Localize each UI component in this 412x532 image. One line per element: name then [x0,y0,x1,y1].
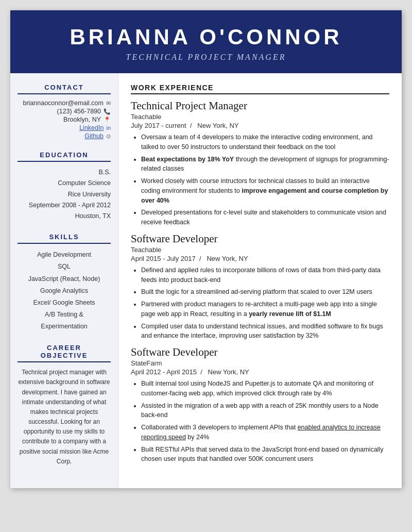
job-2-title: Software Developer [131,232,389,245]
job-2-company: Teachable [131,246,389,254]
location-icon: 📍 [104,117,111,123]
phone-row: (123) 456-7890 📞 [18,108,111,115]
job-1-bullet-4: Developed presentations for c-level suit… [141,208,389,227]
resume-header: BRIANNA O'CONNOR TECHNICAL PROJECT MANAG… [10,10,402,73]
github-row[interactable]: Github ⊙ [18,132,111,140]
education-title: EDUCATION [18,151,111,162]
job-3-bullet-1: Built internal tool using NodeJS and Pup… [141,379,389,398]
job-3: Software Developer StateFarm April 2012 … [131,346,389,464]
job-2-meta: April 2015 - July 2017 / New York, NY [131,255,389,262]
field: Computer Science [18,178,111,189]
job-2-bullets: Defined and applied rules to incorporate… [131,265,389,341]
job-3-bullet-2: Assisted in the migration of a web app w… [141,401,389,421]
job-2-bullet-4: Compiled user data to understand technic… [141,322,389,341]
linkedin-icon: in [106,125,111,131]
job-1: Technical Project Manager Teachable July… [131,99,389,227]
linkedin-row[interactable]: LinkedIn in [18,124,111,131]
education-details: B.S. Computer Science Rice University Se… [18,167,111,222]
job-2: Software Developer Teachable April 2015 … [131,232,389,341]
degree: B.S. [18,167,111,178]
phone-icon: 📞 [104,108,111,115]
resume-body: CONTACT briannaoconnor@email.com ✉ (123)… [10,73,402,488]
contact-section: CONTACT briannaoconnor@email.com ✉ (123)… [18,84,111,140]
job-1-meta: July 2017 - current / New York, NY [131,122,389,129]
resume-container: BRIANNA O'CONNOR TECHNICAL PROJECT MANAG… [10,10,402,488]
job-1-bullet-2: Beat expectations by 18% YoY through the… [141,155,389,174]
email-row: briannaoconnor@email.com ✉ [18,99,111,107]
skill-2: SQL [18,261,111,273]
skill-6: A/B Testing & [18,309,111,321]
job-3-bullets: Built internal tool using NodeJS and Pup… [131,379,389,464]
email-text: briannaoconnor@email.com [23,99,104,107]
job-3-bullet-4: Built RESTful APIs that served data to t… [141,445,389,464]
skills-list: Agile Development SQL JavaScript (React,… [18,249,111,332]
job-1-company: Teachable [131,113,389,121]
job-1-bullet-1: Oversaw a team of 4 developers to make t… [141,132,389,152]
school: Rice University [18,189,111,200]
job-3-title: Software Developer [131,346,389,359]
github-link[interactable]: Github [84,132,104,140]
linkedin-link[interactable]: LinkedIn [79,124,104,131]
edu-location: Houston, TX [18,211,111,222]
skills-title: SKILLS [18,233,111,244]
edu-dates: September 2008 - April 2012 [18,200,111,211]
career-objective-section: CAREEROBJECTIVE Technical project manage… [18,344,111,467]
email-icon: ✉ [106,100,111,107]
job-3-meta: April 2012 - April 2015 / New York, NY [131,368,389,376]
candidate-name: BRIANNA O'CONNOR [21,25,391,49]
job-1-bullet-3: Worked closely with course intructors fo… [141,176,389,205]
location-text: Brooklyn, NY [63,116,101,123]
job-1-title: Technical Project Manager [131,99,389,112]
location-row: Brooklyn, NY 📍 [18,116,111,123]
skill-1: Agile Development [18,249,111,261]
phone-text: (123) 456-7890 [57,108,101,115]
resume-sidebar: CONTACT briannaoconnor@email.com ✉ (123)… [10,73,118,488]
skill-7: Experimentation [18,321,111,332]
job-1-bullets: Oversaw a team of 4 developers to make t… [131,132,389,227]
job-2-bullet-3: Partnered with product managers to re-ar… [141,300,389,319]
candidate-title: TECHNICAL PROJECT MANAGER [21,53,391,62]
education-section: EDUCATION B.S. Computer Science Rice Uni… [18,151,111,222]
github-icon: ⊙ [106,133,111,140]
skills-section: SKILLS Agile Development SQL JavaScript … [18,233,111,332]
contact-title: CONTACT [18,84,111,94]
work-experience-title: WORK EXPERIENCE [131,84,389,94]
career-objective-text: Technical project manager with extensive… [18,368,111,467]
resume-main: WORK EXPERIENCE Technical Project Manage… [118,73,402,488]
skill-5: Excel/ Google Sheets [18,297,111,309]
job-2-bullet-2: Built the logic for a streamlined ad-ser… [141,287,389,297]
skill-4: Google Analytics [18,285,111,297]
job-3-bullet-3: Collaborated with 3 developers to implem… [141,423,389,442]
job-2-bullet-1: Defined and applied rules to incorporate… [141,265,389,285]
career-objective-title: CAREEROBJECTIVE [18,344,111,362]
job-3-company: StateFarm [131,359,389,367]
skill-3: JavaScript (React, Node) [18,273,111,285]
